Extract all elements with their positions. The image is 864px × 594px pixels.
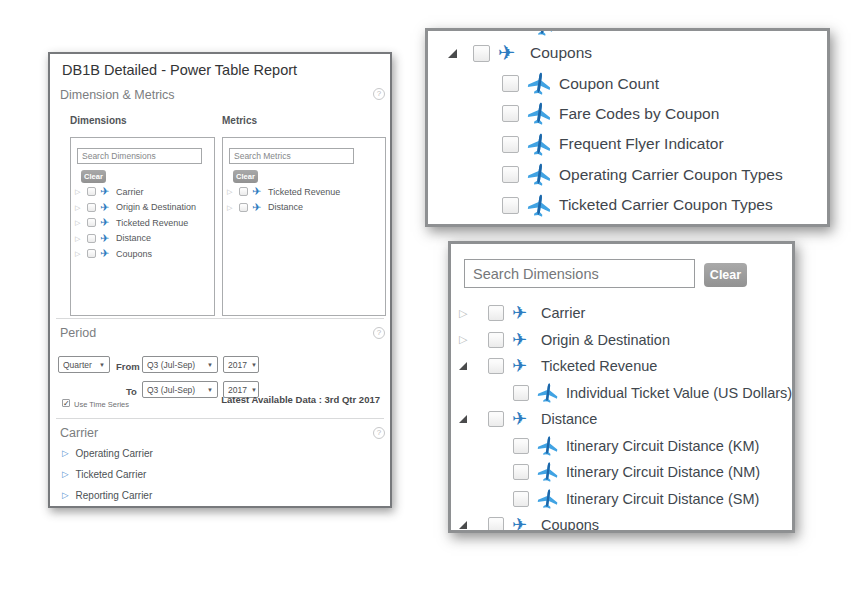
granularity-select[interactable]: Quarter ▼ xyxy=(58,356,110,373)
item-checkbox[interactable] xyxy=(473,45,490,62)
metrics-column-label: Metrics xyxy=(222,115,257,126)
from-quarter-select[interactable]: Q3 (Jul-Sep) ▼ xyxy=(142,356,218,373)
item-checkbox[interactable] xyxy=(488,411,504,427)
collapse-toggle-icon[interactable] xyxy=(448,49,462,58)
tree-item: ✈Coupons xyxy=(451,512,792,533)
tree-item: ▷✈Ticketed Revenue xyxy=(71,215,214,231)
tree-item-label[interactable]: Coupon Count xyxy=(559,75,659,93)
clear-metrics-button[interactable]: Clear xyxy=(233,170,258,183)
item-checkbox[interactable] xyxy=(513,438,529,454)
item-checkbox[interactable] xyxy=(502,166,519,183)
expand-toggle-icon[interactable]: ▷ xyxy=(75,250,84,257)
tree-item-label[interactable]: Individual Ticket Value (US Dollars) xyxy=(566,385,792,401)
from-year-select[interactable]: 2017 ▼ xyxy=(223,356,259,373)
help-icon[interactable]: ? xyxy=(373,88,385,100)
carrier-heading: Carrier xyxy=(60,426,98,440)
expand-arrow-icon[interactable]: ▷ xyxy=(62,449,69,458)
chevron-down-icon: ▼ xyxy=(99,362,105,368)
to-quarter-select[interactable]: Q3 (Jul-Sep) ▼ xyxy=(142,381,218,398)
tree-item-label[interactable]: Ticketed Revenue xyxy=(116,218,188,228)
tree-item-label[interactable]: Itinerary Circuit Distance (NM) xyxy=(566,464,760,480)
tree-item-label[interactable]: Ticketed Revenue xyxy=(268,187,340,197)
item-checkbox[interactable] xyxy=(239,187,248,196)
expand-arrow-icon[interactable]: ▷ xyxy=(62,491,69,500)
item-checkbox[interactable] xyxy=(488,305,504,321)
tree-item-label[interactable]: Ticketed Carrier Coupon Types xyxy=(559,196,773,214)
item-checkbox[interactable] xyxy=(488,332,504,348)
airplane-top-icon xyxy=(537,435,558,457)
tree-item-label[interactable]: Frequent Flyer Indicator xyxy=(559,135,724,153)
item-checkbox[interactable] xyxy=(87,218,96,227)
item-checkbox[interactable] xyxy=(502,75,519,92)
search-dimensions-input[interactable] xyxy=(77,148,202,164)
expand-toggle-icon[interactable]: ▷ xyxy=(75,204,84,211)
tree-item-label[interactable]: Carrier xyxy=(116,187,144,197)
expand-toggle-icon[interactable]: ▷ xyxy=(459,308,473,319)
carrier-item-ticketed[interactable]: ▷ Ticketed Carrier xyxy=(62,467,146,481)
item-checkbox[interactable] xyxy=(488,358,504,374)
airplane-top-icon xyxy=(537,461,558,483)
tree-item-label[interactable]: Distance xyxy=(116,233,151,243)
tree-item-label[interactable]: Distance xyxy=(541,411,597,427)
tree-item-label[interactable]: Coupons xyxy=(541,517,599,533)
item-checkbox[interactable] xyxy=(87,234,96,243)
item-checkbox[interactable] xyxy=(87,187,96,196)
tree-item: Frequent Flyer Indicator xyxy=(428,129,827,159)
carrier-item-label[interactable]: Ticketed Carrier xyxy=(76,469,147,480)
tree-item-label[interactable]: Ticketed Revenue xyxy=(541,358,657,374)
expand-toggle-icon[interactable]: ▷ xyxy=(459,334,473,345)
item-checkbox[interactable] xyxy=(488,517,504,533)
expand-arrow-icon[interactable]: ▷ xyxy=(62,470,69,479)
help-icon[interactable]: ? xyxy=(373,427,385,439)
item-checkbox[interactable] xyxy=(513,385,529,401)
item-checkbox[interactable] xyxy=(239,203,248,212)
tree-item: Coupon Count xyxy=(428,68,827,98)
carrier-item-label[interactable]: Reporting Carrier xyxy=(76,490,153,501)
tree-item-label[interactable]: Distance xyxy=(268,202,303,212)
airplane-top-icon xyxy=(527,71,551,96)
tree-item: Itinerary Circuit Distance (NM) xyxy=(451,459,792,486)
search-metrics-input[interactable] xyxy=(229,148,354,164)
carrier-item-reporting[interactable]: ▷ Reporting Carrier xyxy=(62,488,152,502)
airplane-top-icon-clipped xyxy=(532,28,554,37)
item-checkbox[interactable] xyxy=(87,249,96,258)
item-checkbox[interactable] xyxy=(87,203,96,212)
item-checkbox[interactable] xyxy=(502,197,519,214)
expand-toggle-icon[interactable]: ▷ xyxy=(75,235,84,242)
tree-item-label[interactable]: Coupons xyxy=(116,249,152,259)
from-quarter-value: Q3 (Jul-Sep) xyxy=(147,360,195,370)
carrier-item-operating[interactable]: ▷ Operating Carrier xyxy=(62,446,153,460)
item-checkbox[interactable] xyxy=(513,491,529,507)
tree-item-label[interactable]: Operating Carrier Coupon Types xyxy=(559,166,783,184)
item-checkbox[interactable] xyxy=(502,105,519,122)
item-checkbox[interactable] xyxy=(513,464,529,480)
item-checkbox[interactable] xyxy=(502,136,519,153)
page: DB1B Detailed - Power Table Report Dimen… xyxy=(0,0,864,594)
expand-toggle-icon[interactable]: ▷ xyxy=(227,204,236,211)
clear-dimensions-button[interactable]: Clear xyxy=(81,170,106,183)
expand-toggle-icon[interactable]: ▷ xyxy=(75,219,84,226)
search-dimensions-input[interactable] xyxy=(464,259,695,288)
collapse-toggle-icon[interactable] xyxy=(459,362,473,370)
collapse-toggle-icon[interactable] xyxy=(459,521,473,529)
use-time-series-checkbox[interactable]: ✓ xyxy=(62,399,70,407)
clear-button[interactable]: Clear xyxy=(704,263,747,287)
tree-item: ✈Ticketed Revenue xyxy=(451,353,792,380)
tree-item-label[interactable]: Fare Codes by Coupon xyxy=(559,105,719,123)
tree-item-label[interactable]: Origin & Destination xyxy=(116,202,196,212)
help-icon[interactable]: ? xyxy=(373,327,385,339)
tree-item-label[interactable]: Origin & Destination xyxy=(541,332,670,348)
dimension-metrics-heading: Dimension & Metrics xyxy=(60,88,175,102)
expand-toggle-icon[interactable]: ▷ xyxy=(227,188,236,195)
tree-item-label[interactable]: Carrier xyxy=(541,305,585,321)
collapse-toggle-icon[interactable] xyxy=(459,415,473,423)
tree-item-label[interactable]: Coupons xyxy=(530,44,592,62)
tree-item-label[interactable]: Itinerary Circuit Distance (KM) xyxy=(566,438,759,454)
airplane-icon: ✈ xyxy=(100,248,113,259)
airplane-icon: ✈ xyxy=(512,410,533,428)
carrier-item-label[interactable]: Operating Carrier xyxy=(76,448,153,459)
expand-toggle-icon[interactable]: ▷ xyxy=(75,188,84,195)
tree-item-label[interactable]: Itinerary Circuit Distance (SM) xyxy=(566,491,759,507)
tree-item: Operating Carrier Coupon Types xyxy=(428,160,827,190)
report-card: DB1B Detailed - Power Table Report Dimen… xyxy=(48,52,392,508)
